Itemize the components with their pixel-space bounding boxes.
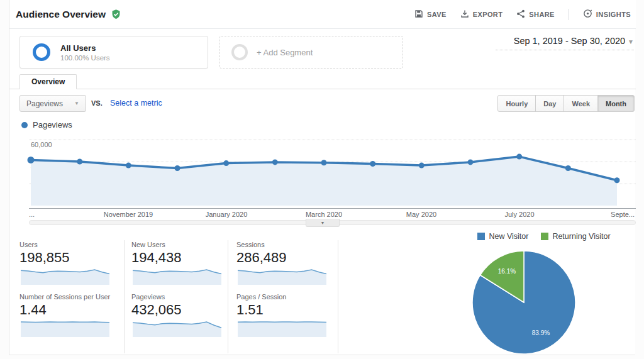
insights-icon xyxy=(583,9,592,19)
tab-overview[interactable]: Overview xyxy=(19,74,77,89)
chart-toolbar: Pageviews VS. Select a metric Hourly Day… xyxy=(9,95,636,113)
granularity-week[interactable]: Week xyxy=(564,95,598,112)
sparkline xyxy=(236,268,328,285)
granularity-month[interactable]: Month xyxy=(597,95,635,112)
returning-visitor-swatch xyxy=(541,233,548,240)
segment-all-users[interactable]: All Users 100.00% Users xyxy=(19,36,208,69)
pageviews-legend-dot xyxy=(21,122,28,128)
segment-subtitle: 100.00% Users xyxy=(60,54,110,62)
sparkline xyxy=(131,321,223,337)
x-axis-labels: ... November 2019 January 2020 March 202… xyxy=(9,211,636,219)
granularity-buttons: Hourly Day Week Month xyxy=(498,95,635,112)
chart-collapse-handle[interactable] xyxy=(306,219,340,227)
segment-title: All Users xyxy=(60,43,110,53)
select-metric-link[interactable]: Select a metric xyxy=(110,99,162,108)
granularity-hourly[interactable]: Hourly xyxy=(497,95,536,112)
svg-text:16.1%: 16.1% xyxy=(498,268,516,275)
sparkline xyxy=(236,321,328,337)
sparkline xyxy=(19,268,111,285)
sparkline xyxy=(19,321,111,337)
save-icon xyxy=(414,9,423,19)
metric-card-pages-per-session[interactable]: Pages / Session 1.51 xyxy=(236,293,331,337)
header-actions: SAVE EXPORT SHARE INSIGHTS xyxy=(414,9,631,20)
save-button[interactable]: SAVE xyxy=(414,9,447,19)
vs-label: VS. xyxy=(91,99,103,107)
x-axis-line xyxy=(29,208,636,209)
metric-card-pageviews[interactable]: Pageviews 432,065 xyxy=(131,293,226,337)
tab-bar: Overview xyxy=(9,74,636,89)
new-visitor-swatch xyxy=(477,233,485,240)
card-divider xyxy=(228,240,228,353)
granularity-day[interactable]: Day xyxy=(535,95,564,112)
report-header: Audience Overview SAVE EXPORT SHARE xyxy=(9,0,636,29)
page-title: Audience Overview xyxy=(16,9,106,20)
share-button[interactable]: SHARE xyxy=(516,9,555,19)
card-divider xyxy=(124,240,125,353)
card-divider xyxy=(338,240,338,353)
header-divider xyxy=(569,9,569,20)
audience-overview-page: Audience Overview SAVE EXPORT SHARE xyxy=(0,0,644,359)
chevron-down-icon xyxy=(628,38,634,45)
legend-returning-visitor: Returning Visitor xyxy=(541,232,610,241)
export-button[interactable]: EXPORT xyxy=(460,9,503,19)
visitor-type-pie-chart[interactable]: 83.9%16.1% xyxy=(452,247,616,358)
legend-new-visitor: New Visitor xyxy=(477,232,528,241)
metric-card-sessions[interactable]: Sessions 286,489 xyxy=(236,241,331,285)
insights-button[interactable]: INSIGHTS xyxy=(583,9,631,19)
legend-label: Pageviews xyxy=(33,120,72,130)
chevron-down-icon xyxy=(321,221,325,225)
svg-text:83.9%: 83.9% xyxy=(532,329,550,336)
empty-ring-icon xyxy=(231,44,248,60)
add-segment-label: + Add Segment xyxy=(257,48,313,57)
share-icon xyxy=(516,9,525,19)
pageviews-line-chart[interactable] xyxy=(9,132,636,209)
metric-dropdown[interactable]: Pageviews xyxy=(19,95,86,112)
metric-card-new-users[interactable]: New Users 194,438 xyxy=(131,241,226,285)
metric-card-users[interactable]: Users 198,855 xyxy=(19,241,114,285)
shield-check-icon xyxy=(111,9,121,20)
metric-card-sessions-per-user[interactable]: Number of Sessions per User 1.44 xyxy=(19,293,120,337)
pie-legend: New Visitor Returning Visitor xyxy=(452,232,636,241)
date-range-selector[interactable]: Sep 1, 2019 - Sep 30, 2020 xyxy=(496,36,634,50)
report-panel: Audience Overview SAVE EXPORT SHARE xyxy=(9,0,635,355)
add-segment-button[interactable]: + Add Segment xyxy=(219,36,403,69)
sparkline xyxy=(131,268,223,285)
chevron-down-icon xyxy=(74,101,79,106)
chart-legend: Pageviews xyxy=(21,120,72,130)
segment-ring-icon xyxy=(33,43,50,61)
download-icon xyxy=(460,9,469,19)
